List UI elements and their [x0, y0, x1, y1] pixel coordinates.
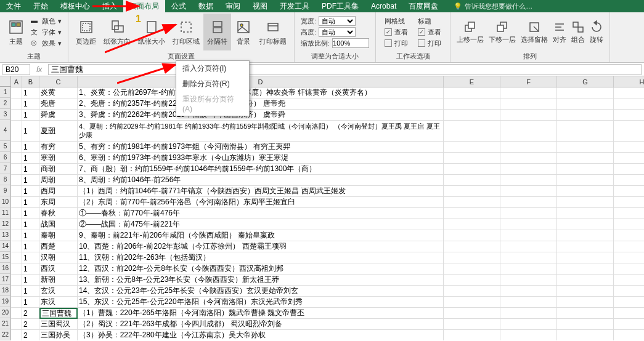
- cell[interactable]: [614, 164, 644, 175]
- cell[interactable]: 1: [22, 110, 39, 121]
- cell[interactable]: 1: [22, 186, 39, 197]
- cell[interactable]: [500, 175, 557, 186]
- cell[interactable]: [614, 98, 644, 110]
- cell[interactable]: 三国孙吴: [39, 330, 78, 340]
- row-header[interactable]: 8: [0, 174, 11, 185]
- menu-tab-数据[interactable]: 数据: [192, 0, 219, 12]
- cell[interactable]: [444, 153, 500, 164]
- cell[interactable]: [11, 110, 22, 121]
- cell[interactable]: 东周: [39, 197, 78, 208]
- cell[interactable]: 1: [22, 297, 39, 308]
- cell[interactable]: [11, 121, 22, 142]
- cell[interactable]: [614, 110, 644, 121]
- cell[interactable]: [444, 263, 500, 275]
- cell[interactable]: [557, 164, 614, 175]
- cell[interactable]: （1）西周：约前1046年-前771年镐京（今陕西西安）西周文王姬昌 西周武王姬…: [78, 186, 444, 197]
- cell[interactable]: [11, 241, 22, 252]
- print-area-button[interactable]: 打印区域: [169, 14, 203, 50]
- cell[interactable]: [614, 241, 644, 252]
- cell[interactable]: 东汉: [39, 297, 78, 308]
- height-select[interactable]: 自动: [319, 27, 356, 37]
- cell[interactable]: [11, 230, 22, 241]
- cell[interactable]: [614, 208, 644, 219]
- theme-effects[interactable]: ◎效果 ▾: [28, 38, 64, 49]
- size-button[interactable]: 纸张大小: [134, 14, 169, 50]
- cell[interactable]: [557, 230, 614, 241]
- cell[interactable]: [614, 263, 644, 275]
- cell[interactable]: [11, 297, 22, 308]
- breaks-button[interactable]: 分隔符: [203, 14, 231, 50]
- cell[interactable]: [444, 110, 500, 121]
- col-header-G[interactable]: G: [557, 76, 614, 87]
- row-header[interactable]: 7: [0, 163, 11, 174]
- cell[interactable]: [11, 175, 22, 186]
- cell[interactable]: [444, 175, 500, 186]
- cell[interactable]: 5、有穷：约前1981年-约前1973年鉏（今河南滑县） 有穷王夷羿: [78, 142, 444, 153]
- cell[interactable]: 2: [22, 319, 39, 330]
- cell[interactable]: [444, 87, 500, 98]
- col-header-A[interactable]: A: [11, 76, 22, 87]
- cell[interactable]: [614, 153, 644, 164]
- col-header-F[interactable]: F: [500, 76, 557, 87]
- menu-tab-页面布局[interactable]: 页面布局: [123, 0, 165, 12]
- cell[interactable]: 2、尧唐：约前2357年-约前2262年平阳 （今山西临汾） 唐帝尧: [78, 98, 444, 110]
- row-header[interactable]: 11: [0, 207, 11, 219]
- menu-tab-审阅[interactable]: 审阅: [219, 0, 247, 12]
- cell[interactable]: 1: [22, 175, 39, 186]
- cell[interactable]: [444, 241, 500, 252]
- cell[interactable]: 1: [22, 275, 39, 286]
- row-header[interactable]: 5: [0, 141, 11, 152]
- margins-button[interactable]: 页边距: [72, 14, 100, 50]
- cell[interactable]: 4、夏朝：约前2029年-约前1981年 约前1933年-约前1559年斟鄩阳城…: [78, 121, 444, 142]
- row-header[interactable]: 6: [0, 152, 11, 163]
- cell[interactable]: [557, 219, 614, 230]
- cell[interactable]: 1: [22, 286, 39, 297]
- cell[interactable]: [500, 110, 557, 121]
- cell[interactable]: [11, 319, 22, 330]
- cell[interactable]: [500, 308, 557, 319]
- menu-tab-视图[interactable]: 视图: [247, 0, 274, 12]
- cell[interactable]: 1: [22, 219, 39, 230]
- cell[interactable]: [444, 252, 500, 263]
- cell[interactable]: [614, 186, 644, 197]
- menu-tab-公式[interactable]: 公式: [165, 0, 192, 12]
- cell[interactable]: [500, 252, 557, 263]
- col-header-E[interactable]: E: [444, 76, 500, 87]
- cell[interactable]: 秦朝: [39, 230, 78, 241]
- cell[interactable]: [614, 297, 644, 308]
- cell[interactable]: 商朝: [39, 164, 78, 175]
- row-header[interactable]: 15: [0, 252, 11, 263]
- cell[interactable]: [500, 208, 557, 219]
- cell[interactable]: [614, 230, 644, 241]
- cell[interactable]: （2）蜀汉：221年-263年成都（今四川成都） 蜀汉昭烈帝刘备: [78, 319, 444, 330]
- cell[interactable]: [500, 219, 557, 230]
- select-all-corner[interactable]: [0, 76, 11, 87]
- cell[interactable]: 1: [22, 263, 39, 275]
- row-header[interactable]: 21: [0, 318, 11, 329]
- cell[interactable]: ①——春秋：前770年-前476年: [78, 208, 444, 219]
- cell[interactable]: 9、秦朝：前221年-前206年咸阳（今陕西咸阳） 秦始皇嬴政: [78, 230, 444, 241]
- cell[interactable]: [614, 175, 644, 186]
- cell[interactable]: [557, 286, 614, 297]
- menu-tab-文件[interactable]: 文件: [0, 0, 27, 12]
- cell[interactable]: [500, 197, 557, 208]
- cell[interactable]: [11, 219, 22, 230]
- row-header[interactable]: 19: [0, 296, 11, 307]
- cell[interactable]: 1: [22, 142, 39, 153]
- print-titles-button[interactable]: 打印标题: [256, 14, 290, 50]
- col-header-H[interactable]: H: [614, 76, 644, 87]
- cell[interactable]: 12、西汉：前202年-公元8年长安（今陕西西安）西汉高祖刘邦: [78, 263, 444, 275]
- cell[interactable]: [444, 186, 500, 197]
- themes-button[interactable]: 主题: [4, 14, 28, 50]
- width-select[interactable]: 自动: [319, 16, 356, 26]
- cell[interactable]: [500, 275, 557, 286]
- cell[interactable]: [614, 319, 644, 330]
- cell[interactable]: 1: [22, 98, 39, 110]
- tell-me-search[interactable]: 💡 告诉我您想要做什么…: [454, 2, 532, 11]
- row-header[interactable]: 16: [0, 263, 11, 274]
- cell[interactable]: [557, 297, 614, 308]
- cell[interactable]: 尧唐: [39, 98, 78, 110]
- cell[interactable]: 1: [22, 208, 39, 219]
- cell[interactable]: [557, 142, 614, 153]
- cell[interactable]: [444, 197, 500, 208]
